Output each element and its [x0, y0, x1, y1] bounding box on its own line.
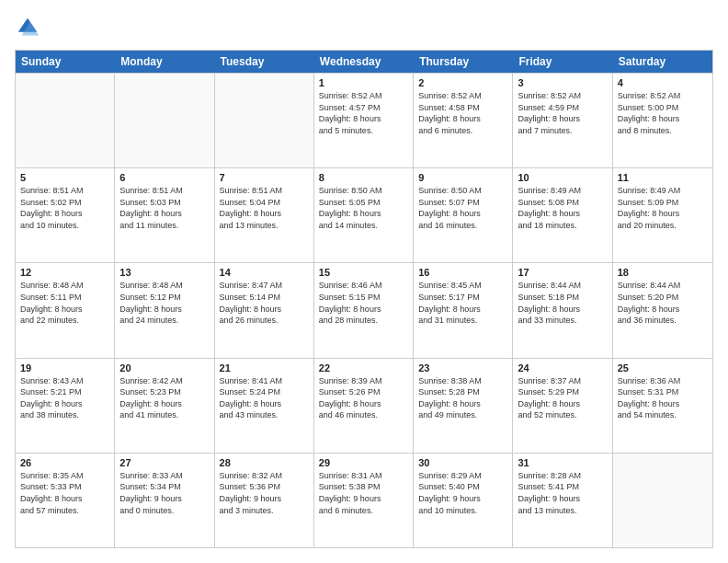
cal-cell: 13Sunrise: 8:48 AM Sunset: 5:12 PM Dayli… [115, 263, 214, 357]
day-number: 6 [119, 172, 209, 183]
cell-info: Sunrise: 8:44 AM Sunset: 5:20 PM Dayligh… [618, 280, 708, 326]
day-number: 25 [618, 362, 708, 373]
day-number: 18 [618, 267, 708, 278]
week-row-1: 1Sunrise: 8:52 AM Sunset: 4:57 PM Daylig… [16, 73, 712, 167]
cell-info: Sunrise: 8:51 AM Sunset: 5:04 PM Dayligh… [220, 185, 309, 231]
cell-info: Sunrise: 8:37 AM Sunset: 5:29 PM Dayligh… [518, 375, 607, 421]
week-row-3: 12Sunrise: 8:48 AM Sunset: 5:11 PM Dayli… [16, 262, 712, 357]
cell-info: Sunrise: 8:38 AM Sunset: 5:28 PM Dayligh… [418, 375, 507, 421]
cal-cell: 4Sunrise: 8:52 AM Sunset: 5:00 PM Daylig… [613, 74, 712, 167]
day-number: 29 [319, 457, 408, 468]
cal-cell: 1Sunrise: 8:52 AM Sunset: 4:57 PM Daylig… [314, 74, 414, 167]
cal-cell [115, 74, 214, 167]
cal-cell: 22Sunrise: 8:39 AM Sunset: 5:26 PM Dayli… [314, 359, 414, 453]
week-row-2: 5Sunrise: 8:51 AM Sunset: 5:02 PM Daylig… [16, 167, 712, 262]
day-number: 31 [518, 457, 607, 468]
day-number: 9 [418, 172, 507, 183]
day-number: 4 [618, 77, 708, 88]
cell-info: Sunrise: 8:52 AM Sunset: 4:59 PM Dayligh… [518, 90, 607, 136]
cal-cell: 28Sunrise: 8:32 AM Sunset: 5:36 PM Dayli… [215, 454, 314, 547]
cal-cell: 2Sunrise: 8:52 AM Sunset: 4:58 PM Daylig… [414, 74, 513, 167]
cal-cell: 29Sunrise: 8:31 AM Sunset: 5:38 PM Dayli… [314, 454, 414, 547]
cal-cell [215, 74, 314, 167]
cal-cell: 30Sunrise: 8:29 AM Sunset: 5:40 PM Dayli… [414, 454, 513, 547]
day-number: 20 [119, 362, 209, 373]
cell-info: Sunrise: 8:52 AM Sunset: 4:57 PM Dayligh… [319, 90, 408, 136]
header-cell-thursday: Thursday [414, 51, 513, 73]
cell-info: Sunrise: 8:47 AM Sunset: 5:14 PM Dayligh… [220, 280, 309, 326]
cal-cell: 12Sunrise: 8:48 AM Sunset: 5:11 PM Dayli… [16, 263, 115, 357]
cal-cell: 16Sunrise: 8:45 AM Sunset: 5:17 PM Dayli… [414, 263, 513, 357]
cal-cell: 17Sunrise: 8:44 AM Sunset: 5:18 PM Dayli… [513, 263, 612, 357]
cal-cell: 25Sunrise: 8:36 AM Sunset: 5:31 PM Dayli… [613, 359, 712, 453]
cell-info: Sunrise: 8:51 AM Sunset: 5:03 PM Dayligh… [119, 185, 209, 231]
cal-cell: 23Sunrise: 8:38 AM Sunset: 5:28 PM Dayli… [414, 359, 513, 453]
cell-info: Sunrise: 8:49 AM Sunset: 5:08 PM Dayligh… [518, 185, 607, 231]
cal-cell [613, 454, 712, 547]
day-number: 14 [220, 267, 309, 278]
calendar-header: SundayMondayTuesdayWednesdayThursdayFrid… [16, 51, 712, 73]
day-number: 19 [20, 362, 109, 373]
cell-info: Sunrise: 8:51 AM Sunset: 5:02 PM Dayligh… [20, 185, 109, 231]
cell-info: Sunrise: 8:45 AM Sunset: 5:17 PM Dayligh… [418, 280, 507, 326]
cell-info: Sunrise: 8:39 AM Sunset: 5:26 PM Dayligh… [319, 375, 408, 421]
cell-info: Sunrise: 8:33 AM Sunset: 5:34 PM Dayligh… [119, 470, 209, 516]
day-number: 22 [319, 362, 408, 373]
cell-info: Sunrise: 8:36 AM Sunset: 5:31 PM Dayligh… [618, 375, 708, 421]
day-number: 30 [418, 457, 507, 468]
header-cell-sunday: Sunday [16, 51, 115, 73]
day-number: 26 [20, 457, 109, 468]
day-number: 3 [518, 77, 607, 88]
cell-info: Sunrise: 8:41 AM Sunset: 5:24 PM Dayligh… [220, 375, 309, 421]
header [15, 15, 713, 40]
day-number: 8 [319, 172, 408, 183]
day-number: 21 [220, 362, 309, 373]
cal-cell: 31Sunrise: 8:28 AM Sunset: 5:41 PM Dayli… [513, 454, 612, 547]
day-number: 27 [119, 457, 209, 468]
cell-info: Sunrise: 8:49 AM Sunset: 5:09 PM Dayligh… [618, 185, 708, 231]
day-number: 12 [20, 267, 109, 278]
cell-info: Sunrise: 8:46 AM Sunset: 5:15 PM Dayligh… [319, 280, 408, 326]
logo [15, 15, 44, 40]
cal-cell: 8Sunrise: 8:50 AM Sunset: 5:05 PM Daylig… [314, 168, 414, 262]
logo-icon [15, 15, 40, 40]
day-number: 10 [518, 172, 607, 183]
header-cell-monday: Monday [115, 51, 214, 73]
cal-cell: 20Sunrise: 8:42 AM Sunset: 5:23 PM Dayli… [115, 359, 214, 453]
week-row-5: 26Sunrise: 8:35 AM Sunset: 5:33 PM Dayli… [16, 453, 712, 547]
cell-info: Sunrise: 8:42 AM Sunset: 5:23 PM Dayligh… [119, 375, 209, 421]
header-cell-wednesday: Wednesday [314, 51, 414, 73]
cal-cell: 10Sunrise: 8:49 AM Sunset: 5:08 PM Dayli… [513, 168, 612, 262]
cal-cell: 9Sunrise: 8:50 AM Sunset: 5:07 PM Daylig… [414, 168, 513, 262]
day-number: 13 [119, 267, 209, 278]
cal-cell: 26Sunrise: 8:35 AM Sunset: 5:33 PM Dayli… [16, 454, 115, 547]
cell-info: Sunrise: 8:31 AM Sunset: 5:38 PM Dayligh… [319, 470, 408, 516]
header-cell-saturday: Saturday [613, 51, 712, 73]
cal-cell: 7Sunrise: 8:51 AM Sunset: 5:04 PM Daylig… [215, 168, 314, 262]
cal-cell: 21Sunrise: 8:41 AM Sunset: 5:24 PM Dayli… [215, 359, 314, 453]
header-cell-tuesday: Tuesday [215, 51, 314, 73]
cal-cell: 3Sunrise: 8:52 AM Sunset: 4:59 PM Daylig… [513, 74, 612, 167]
cell-info: Sunrise: 8:28 AM Sunset: 5:41 PM Dayligh… [518, 470, 607, 516]
cal-cell [16, 74, 115, 167]
day-number: 2 [418, 77, 507, 88]
day-number: 5 [20, 172, 109, 183]
day-number: 11 [618, 172, 708, 183]
header-cell-friday: Friday [513, 51, 612, 73]
cal-cell: 11Sunrise: 8:49 AM Sunset: 5:09 PM Dayli… [613, 168, 712, 262]
cal-cell: 18Sunrise: 8:44 AM Sunset: 5:20 PM Dayli… [613, 263, 712, 357]
day-number: 24 [518, 362, 607, 373]
cell-info: Sunrise: 8:35 AM Sunset: 5:33 PM Dayligh… [20, 470, 109, 516]
cell-info: Sunrise: 8:43 AM Sunset: 5:21 PM Dayligh… [20, 375, 109, 421]
cal-cell: 15Sunrise: 8:46 AM Sunset: 5:15 PM Dayli… [314, 263, 414, 357]
cal-cell: 19Sunrise: 8:43 AM Sunset: 5:21 PM Dayli… [16, 359, 115, 453]
cell-info: Sunrise: 8:48 AM Sunset: 5:12 PM Dayligh… [119, 280, 209, 326]
cell-info: Sunrise: 8:52 AM Sunset: 5:00 PM Dayligh… [618, 90, 708, 136]
calendar: SundayMondayTuesdayWednesdayThursdayFrid… [15, 50, 713, 548]
cal-cell: 24Sunrise: 8:37 AM Sunset: 5:29 PM Dayli… [513, 359, 612, 453]
day-number: 23 [418, 362, 507, 373]
cell-info: Sunrise: 8:50 AM Sunset: 5:07 PM Dayligh… [418, 185, 507, 231]
cell-info: Sunrise: 8:50 AM Sunset: 5:05 PM Dayligh… [319, 185, 408, 231]
cell-info: Sunrise: 8:32 AM Sunset: 5:36 PM Dayligh… [220, 470, 309, 516]
day-number: 16 [418, 267, 507, 278]
